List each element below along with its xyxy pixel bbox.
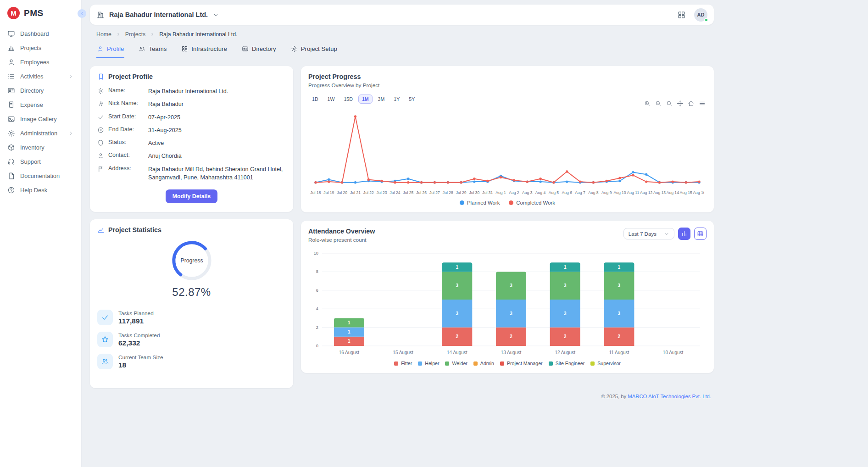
receipt-icon (7, 101, 15, 109)
footer-link[interactable]: MARCO AIoT Technologies Pvt. Ltd. (628, 394, 711, 399)
table-view-button[interactable] (694, 228, 707, 240)
legend-swatch (418, 361, 422, 366)
legend-fitter[interactable]: Fitter (394, 361, 412, 366)
range-1w-button[interactable]: 1W (324, 95, 339, 104)
pan-icon[interactable] (677, 100, 684, 107)
svg-text:Jul 29: Jul 29 (456, 190, 467, 195)
date-range-select[interactable]: Last 7 Days (623, 228, 674, 239)
svg-text:Aug 12: Aug 12 (640, 190, 652, 195)
field-value: Active (148, 139, 286, 147)
svg-text:2: 2 (510, 334, 512, 339)
svg-text:Jul 21: Jul 21 (350, 190, 361, 195)
sidebar-item-inventory[interactable]: Inventory (0, 140, 81, 155)
legend-helper[interactable]: Helper (418, 361, 439, 366)
sidebar-item-documentation[interactable]: Documentation (0, 169, 81, 183)
zoom-icon[interactable] (666, 100, 673, 107)
sidebar-collapse-button[interactable] (78, 9, 86, 18)
tab-label: Teams (149, 45, 167, 52)
legend-welder[interactable]: Welder (445, 361, 467, 366)
breadcrumb-item-projects[interactable]: Projects (125, 31, 145, 38)
range-1m-button[interactable]: 1M (358, 95, 373, 104)
legend-swatch (394, 361, 398, 366)
profile-field-start-date: Start Date:07-Apr-2025 (97, 113, 286, 122)
logo-icon: M (7, 7, 20, 19)
user-avatar[interactable]: AD (694, 8, 707, 22)
svg-text:1: 1 (348, 320, 351, 325)
menu-icon[interactable] (699, 100, 706, 107)
field-label: Name: (108, 87, 144, 94)
tab-project-setup[interactable]: Project Setup (290, 44, 338, 58)
progress-donut: Progress (169, 238, 214, 285)
sidebar: M PMS DashboardProjectsEmployeesActiviti… (0, 0, 82, 467)
sidebar-item-help-desk[interactable]: Help Desk (0, 183, 81, 197)
field-label: Nick Name: (108, 100, 144, 106)
range-15d-button[interactable]: 15D (340, 95, 356, 104)
range-5y-button[interactable]: 5Y (405, 95, 418, 104)
sidebar-item-administration[interactable]: Administration (0, 126, 81, 140)
range-1y-button[interactable]: 1Y (390, 95, 403, 104)
svg-text:Aug 11: Aug 11 (627, 190, 640, 195)
legend-admin[interactable]: Admin (473, 361, 494, 366)
sidebar-item-projects[interactable]: Projects (0, 41, 81, 55)
flag-icon (97, 166, 104, 172)
legend-planned-work[interactable]: Planned Work (460, 200, 500, 206)
zoom-out-icon[interactable] (655, 100, 662, 107)
legend-swatch (590, 361, 595, 366)
svg-text:Jul 18: Jul 18 (311, 190, 321, 195)
apps-grid-icon[interactable] (677, 11, 686, 19)
chart-view-button[interactable] (678, 228, 690, 240)
sidebar-item-dashboard[interactable]: Dashboard (0, 27, 81, 41)
app-logo[interactable]: M PMS (0, 0, 81, 27)
svg-text:Progress: Progress (180, 257, 203, 264)
sidebar-item-activities[interactable]: Activities (0, 69, 81, 83)
breadcrumb: HomeProjectsRaja Bahadur International L… (96, 31, 713, 38)
sidebar-item-label: Activities (20, 73, 63, 80)
legend-site-engineer[interactable]: Site Engineer (549, 361, 585, 366)
breadcrumb-item-home[interactable]: Home (96, 31, 111, 38)
sidebar-item-directory[interactable]: Directory (0, 83, 81, 98)
footer-text: © 2025, by (601, 394, 628, 399)
modify-details-button[interactable]: Modify Details (166, 189, 217, 203)
zoom-in-icon[interactable] (644, 100, 651, 107)
profile-field-contact: Contact:Anuj Chordia (97, 152, 286, 160)
legend-completed-work[interactable]: Completed Work (509, 200, 555, 206)
field-label: Start Date: (108, 113, 144, 120)
sidebar-item-image-gallery[interactable]: Image Gallery (0, 112, 81, 126)
profile-fields: Name:Raja Bahadur International Ltd.Nick… (97, 87, 286, 182)
stat-label: Current Team Size (118, 354, 163, 361)
field-label: End Date: (108, 126, 144, 133)
x-circle-icon (97, 127, 104, 133)
legend-label: Admin (480, 361, 494, 366)
svg-text:3: 3 (618, 311, 621, 316)
svg-text:2: 2 (456, 334, 459, 339)
sidebar-item-label: Projects (20, 44, 74, 51)
home-icon[interactable] (688, 100, 695, 107)
chevron-right-icon (68, 73, 74, 79)
chevron-down-icon[interactable] (212, 11, 219, 18)
legend-supervisor[interactable]: Supervisor (590, 361, 621, 366)
legend-label: Completed Work (516, 200, 555, 206)
svg-text:3: 3 (564, 283, 567, 288)
building-icon (96, 11, 105, 19)
tab-teams[interactable]: Teams (138, 44, 167, 58)
project-switcher-title[interactable]: Raja Bahadur International Ltd. (109, 11, 208, 18)
range-1d-button[interactable]: 1D (308, 95, 322, 104)
tab-profile[interactable]: Profile (96, 44, 124, 58)
cube-icon (7, 144, 15, 151)
profile-card-title: Project Profile (108, 73, 153, 80)
users-icon (139, 45, 145, 52)
sidebar-item-expense[interactable]: Expense (0, 98, 81, 112)
sidebar-item-employees[interactable]: Employees (0, 55, 81, 69)
bookmark-icon (97, 73, 105, 80)
svg-text:2: 2 (618, 334, 621, 339)
svg-text:3: 3 (564, 311, 567, 316)
legend-project-manager[interactable]: Project Manager (500, 361, 543, 366)
profile-field-end-date: End Date:31-Aug-2025 (97, 126, 286, 134)
sidebar-item-support[interactable]: Support (0, 155, 81, 169)
tab-infrastructure[interactable]: Infrastructure (181, 44, 228, 58)
svg-text:Aug 4: Aug 4 (535, 190, 546, 195)
fingerprint-icon (97, 100, 104, 107)
tab-directory[interactable]: Directory (241, 44, 277, 58)
range-3m-button[interactable]: 3M (374, 95, 389, 104)
sidebar-item-label: Dashboard (20, 30, 74, 37)
